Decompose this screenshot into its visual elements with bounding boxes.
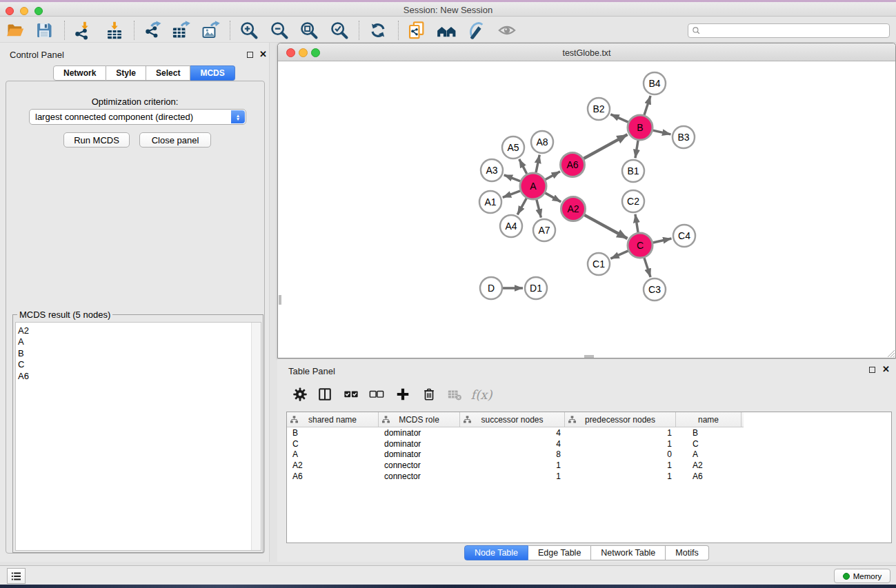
vertical-scroll-mark[interactable] xyxy=(279,295,281,305)
mcds-result-list[interactable]: A2ABCA6 xyxy=(15,322,261,551)
cell-MCDS-role[interactable]: dominator xyxy=(379,439,460,450)
cell-shared-name[interactable]: C xyxy=(287,439,379,450)
column-header-MCDS-role[interactable]: MCDS role xyxy=(379,412,460,427)
cell-successor-nodes[interactable]: 4 xyxy=(460,439,565,450)
close-panel-icon[interactable]: ✕ xyxy=(259,51,267,58)
duplicate-network-icon[interactable] xyxy=(406,19,428,41)
result-item[interactable]: C xyxy=(16,359,261,370)
cell-predecessor-nodes[interactable]: 1 xyxy=(565,472,676,483)
edge-C-C2[interactable] xyxy=(635,214,638,232)
cell-predecessor-nodes[interactable]: 1 xyxy=(565,460,676,472)
edge-B-B4[interactable] xyxy=(644,96,650,115)
tab-network[interactable]: Network xyxy=(53,65,106,81)
edge-A2-C[interactable] xyxy=(584,215,627,239)
edge-B-B1[interactable] xyxy=(635,141,638,158)
column-header-successor-nodes[interactable]: successor nodes xyxy=(460,412,565,427)
export-network-icon[interactable] xyxy=(142,19,164,41)
cell-MCDS-role[interactable]: connector xyxy=(379,472,460,483)
column-header-name[interactable]: name xyxy=(676,412,741,427)
cell-predecessor-nodes[interactable]: 1 xyxy=(565,428,676,439)
import-network-icon[interactable] xyxy=(72,19,94,41)
cell-successor-nodes[interactable]: 4 xyxy=(460,428,565,439)
table-settings-gear-icon[interactable] xyxy=(290,384,310,405)
table-float-panel-icon[interactable] xyxy=(869,367,875,373)
zoom-out-icon[interactable] xyxy=(268,19,290,41)
network-canvas[interactable]: B4B2BB3A5A8A6B1A3AC2A1A2A4A7C4CC1C3DD1 xyxy=(279,61,895,358)
cell-shared-name[interactable]: A xyxy=(287,449,379,460)
export-table-icon[interactable] xyxy=(170,19,192,41)
tab-edge-table[interactable]: Edge Table xyxy=(528,545,591,560)
cell-name[interactable]: A xyxy=(676,449,741,460)
zoom-selected-icon[interactable] xyxy=(328,19,350,41)
deselect-all-icon[interactable] xyxy=(366,384,387,405)
edge-A-A7[interactable] xyxy=(537,199,541,217)
cell-shared-name[interactable]: B xyxy=(287,428,379,439)
cell-predecessor-nodes[interactable]: 1 xyxy=(565,439,676,450)
table-row[interactable]: A6connector11A6 xyxy=(287,472,891,483)
cell-shared-name[interactable]: A2 xyxy=(287,460,379,472)
column-header-predecessor-nodes[interactable]: predecessor nodes xyxy=(565,412,676,427)
cell-shared-name[interactable]: A6 xyxy=(287,472,379,483)
zoom-fit-icon[interactable] xyxy=(298,19,320,41)
criterion-dropdown[interactable]: largest connected component (directed) ▲… xyxy=(29,109,246,125)
import-table-icon[interactable] xyxy=(103,19,126,41)
show-column-icon[interactable] xyxy=(315,384,335,405)
table-row[interactable]: Cdominator41C xyxy=(287,439,891,450)
result-item[interactable]: A2 xyxy=(16,325,261,336)
open-file-icon[interactable] xyxy=(4,19,26,41)
network-graph[interactable]: B4B2BB3A5A8A6B1A3AC2A1A2A4A7C4CC1C3DD1 xyxy=(279,61,895,358)
cell-name[interactable]: A2 xyxy=(676,460,741,472)
memory-button[interactable]: Memory xyxy=(834,569,890,583)
resize-grip[interactable] xyxy=(886,348,895,358)
tab-node-table[interactable]: Node Table xyxy=(464,545,528,560)
search-input[interactable] xyxy=(688,23,890,38)
tab-mcds[interactable]: MCDS xyxy=(190,65,235,81)
table-row[interactable]: Adominator80A xyxy=(287,449,891,460)
home-icon[interactable] xyxy=(435,19,457,41)
cell-name[interactable]: A6 xyxy=(676,472,741,483)
cell-predecessor-nodes[interactable]: 0 xyxy=(565,449,676,460)
delete-column-icon[interactable] xyxy=(419,384,439,405)
network-window-titlebar[interactable]: testGlobe.txt xyxy=(278,43,895,61)
edge-A-A1[interactable] xyxy=(503,191,520,197)
edge-C-C3[interactable] xyxy=(644,258,650,277)
show-panels-list-button[interactable] xyxy=(7,568,26,584)
float-panel-icon[interactable] xyxy=(247,52,253,58)
style-brush-icon[interactable] xyxy=(465,19,487,41)
edge-A-A5[interactable] xyxy=(519,159,527,174)
result-item[interactable]: A xyxy=(16,336,261,347)
cell-MCDS-role[interactable]: dominator xyxy=(379,449,460,460)
run-mcds-button[interactable]: Run MCDS xyxy=(63,132,130,148)
refresh-icon[interactable] xyxy=(367,19,389,41)
edge-A-A3[interactable] xyxy=(504,175,521,181)
tab-style[interactable]: Style xyxy=(106,65,146,81)
save-session-icon[interactable] xyxy=(33,19,55,41)
result-scrollbar[interactable] xyxy=(251,323,261,550)
table-row[interactable]: Bdominator41B xyxy=(287,428,891,439)
result-item[interactable]: A6 xyxy=(16,371,261,382)
export-image-icon[interactable] xyxy=(199,19,221,41)
select-all-icon[interactable] xyxy=(341,384,361,405)
cell-MCDS-role[interactable]: connector xyxy=(379,460,460,472)
edge-C-C4[interactable] xyxy=(653,239,672,243)
cell-successor-nodes[interactable]: 1 xyxy=(460,460,565,472)
edge-A-A2[interactable] xyxy=(545,193,561,202)
edge-A6-B[interactable] xyxy=(584,134,627,159)
tab-motifs[interactable]: Motifs xyxy=(666,545,708,560)
cell-successor-nodes[interactable]: 8 xyxy=(460,449,565,460)
cell-MCDS-role[interactable]: dominator xyxy=(379,428,460,439)
zoom-in-icon[interactable] xyxy=(238,19,260,41)
close-panel-button[interactable]: Close panel xyxy=(139,132,211,148)
title-bar[interactable]: Session: New Session xyxy=(0,2,896,17)
result-item[interactable]: B xyxy=(16,348,261,359)
create-column-icon[interactable] xyxy=(392,384,413,405)
cell-name[interactable]: C xyxy=(676,439,741,450)
cell-successor-nodes[interactable]: 1 xyxy=(460,472,565,483)
column-header-shared-name[interactable]: shared name xyxy=(287,412,379,427)
edge-A-A8[interactable] xyxy=(536,155,539,173)
table-close-panel-icon[interactable]: ✕ xyxy=(882,366,890,373)
edge-B-B2[interactable] xyxy=(610,114,628,122)
table-row[interactable]: A2connector11A2 xyxy=(287,460,891,472)
tab-network-table[interactable]: Network Table xyxy=(591,545,666,560)
horizontal-scroll-mark[interactable] xyxy=(584,355,594,358)
